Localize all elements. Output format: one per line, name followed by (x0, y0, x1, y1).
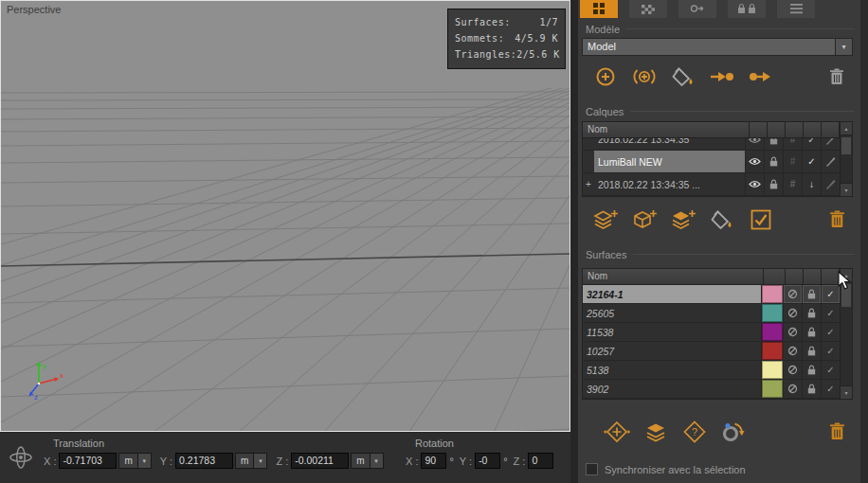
export-model-button[interactable] (741, 61, 780, 95)
paint-layer-button[interactable] (702, 204, 741, 238)
scroll-up-icon[interactable]: ▴ (841, 122, 852, 135)
column-header-visibility[interactable] (786, 269, 804, 284)
color-swatch[interactable] (761, 380, 783, 398)
translation-y-unit-dropdown[interactable]: m ▾ (235, 453, 267, 469)
arrow-down-icon[interactable]: ↓ (802, 173, 821, 195)
check-icon[interactable]: ✓ (821, 342, 840, 360)
surface-row[interactable]: 25605 ✓ (583, 304, 840, 323)
add-model-button[interactable] (586, 61, 624, 95)
eye-icon[interactable] (745, 151, 764, 172)
add-surface-button[interactable] (597, 416, 636, 450)
rotation-x-input[interactable]: 90 (421, 453, 446, 469)
check-icon[interactable]: ✓ (802, 138, 821, 150)
visibility-off-icon[interactable] (783, 342, 802, 360)
duplicate-layer-button[interactable] (663, 204, 702, 238)
surface-row[interactable]: 3902 ✓ (583, 380, 840, 399)
surface-material-sync-button[interactable] (714, 416, 752, 450)
surface-name[interactable]: 25605 (583, 304, 761, 322)
scroll-down-icon[interactable]: ▾ (841, 183, 852, 196)
chevron-down-icon[interactable]: ▾ (253, 454, 266, 468)
column-header-name[interactable]: Nom (583, 269, 764, 284)
delete-layer-button[interactable] (823, 204, 851, 238)
layer-name[interactable]: LumiBall NEW (594, 151, 745, 172)
visibility-off-icon[interactable] (783, 361, 802, 379)
color-swatch[interactable] (761, 361, 783, 379)
paint-model-button[interactable] (663, 61, 702, 95)
lock-icon[interactable] (802, 323, 821, 341)
lock-icon[interactable] (802, 285, 821, 303)
tab-locks[interactable] (728, 0, 766, 18)
model-dropdown[interactable]: Model ▾ (582, 38, 853, 56)
hash-icon[interactable]: # (783, 138, 802, 150)
surface-name[interactable]: 5138 (583, 361, 761, 379)
add-geometry-layer-button[interactable] (624, 204, 663, 238)
brush-icon[interactable] (821, 138, 840, 150)
tab-connections[interactable] (678, 0, 716, 18)
lock-icon[interactable] (764, 138, 783, 150)
translation-x-input[interactable]: -0.71703 (59, 453, 117, 469)
eye-icon[interactable] (745, 138, 764, 150)
translation-y-input[interactable]: 0.21783 (175, 453, 233, 469)
lock-icon[interactable] (802, 342, 821, 360)
3d-viewport[interactable]: Perspective Surfaces:1/7 Sommets:4/5.9 K… (0, 0, 570, 432)
color-swatch[interactable] (761, 285, 783, 303)
column-header-lock[interactable] (768, 122, 786, 137)
lock-icon[interactable] (802, 361, 821, 379)
check-icon[interactable]: ✓ (802, 151, 821, 172)
lock-icon[interactable] (802, 380, 821, 398)
hash-icon[interactable]: # (783, 173, 802, 195)
lock-icon[interactable] (764, 151, 783, 172)
validate-layer-button[interactable] (741, 204, 780, 238)
column-header-visibility[interactable] (750, 122, 768, 137)
layer-row-partial[interactable]: 2018.02.22 13:34:35 # ✓ (583, 138, 840, 151)
brush-icon[interactable] (821, 173, 840, 195)
chevron-down-icon[interactable]: ▾ (835, 39, 852, 55)
color-swatch[interactable] (761, 323, 783, 341)
check-icon[interactable]: ✓ (821, 323, 840, 341)
visibility-off-icon[interactable] (783, 323, 802, 341)
lock-icon[interactable] (764, 173, 783, 195)
visibility-off-icon[interactable] (783, 304, 802, 322)
translation-z-input[interactable]: -0.00211 (291, 453, 349, 469)
check-icon[interactable]: ✓ (821, 380, 840, 398)
surface-row[interactable]: 11538 ✓ (583, 323, 840, 342)
column-header-color[interactable] (764, 269, 786, 284)
check-icon[interactable]: ✓ (821, 304, 840, 322)
brush-icon[interactable] (821, 151, 840, 172)
color-swatch[interactable] (761, 304, 783, 322)
surface-row[interactable]: 5138 ✓ (583, 361, 840, 380)
surface-name[interactable]: 3902 (583, 380, 761, 398)
column-header-paint[interactable] (822, 122, 840, 137)
tab-materials[interactable] (629, 0, 667, 18)
sync-selection-checkbox[interactable] (586, 463, 598, 475)
scrollbar-thumb[interactable] (841, 137, 851, 154)
surface-row[interactable]: 32164-1 ✓ (583, 285, 840, 304)
surface-row[interactable]: 10257 ✓ (583, 342, 840, 361)
layer-name[interactable]: 2018.02.22 13:34:35 ... (594, 173, 745, 195)
column-header-active[interactable] (804, 122, 822, 137)
surface-name[interactable]: 10257 (583, 342, 761, 360)
layer-row[interactable]: + 2018.02.22 13:34:35 ... # ↓ (583, 173, 840, 196)
layer-name[interactable]: 2018.02.22 13:34:35 (594, 138, 745, 150)
column-header-lock[interactable] (804, 269, 822, 284)
chevron-down-icon[interactable]: ▾ (137, 454, 151, 468)
tab-menu[interactable] (777, 0, 815, 18)
import-model-button[interactable] (702, 61, 741, 95)
surface-name[interactable]: 32164-1 (583, 285, 761, 303)
scroll-down-icon[interactable]: ▾ (841, 385, 852, 399)
transform-gizmo-icon[interactable] (7, 443, 35, 472)
column-header-name[interactable]: Nom (583, 122, 750, 137)
check-icon[interactable]: ✓ (821, 285, 840, 303)
color-swatch[interactable] (761, 342, 783, 360)
delete-surface-button[interactable] (823, 416, 851, 450)
surface-name[interactable]: 11538 (583, 323, 761, 341)
translation-z-unit-dropdown[interactable]: m ▾ (351, 453, 383, 469)
tab-model[interactable] (580, 0, 618, 18)
eye-icon[interactable] (745, 173, 764, 195)
surface-info-button[interactable]: ? (675, 416, 714, 450)
layers-scrollbar[interactable]: ▴ ▾ (840, 122, 852, 196)
hash-icon[interactable]: # (783, 151, 802, 172)
lock-icon[interactable] (802, 304, 821, 322)
column-header-grid[interactable] (786, 122, 804, 137)
visibility-off-icon[interactable] (783, 285, 802, 303)
